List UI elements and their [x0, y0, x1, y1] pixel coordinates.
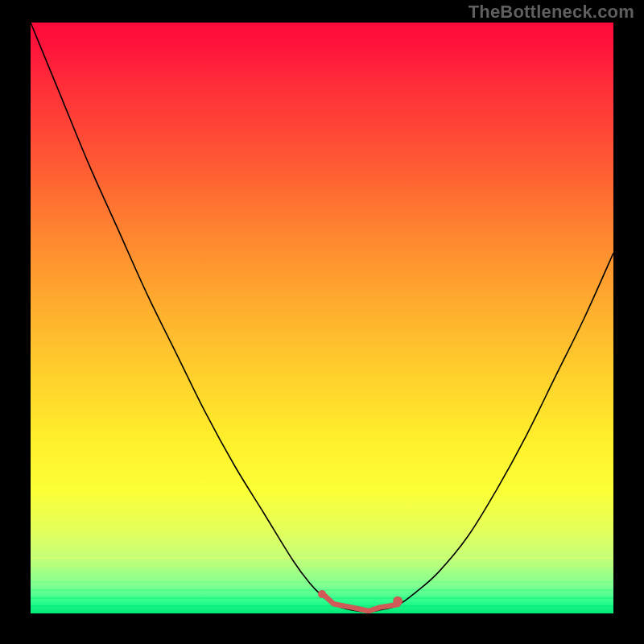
- plot-area: [31, 23, 613, 613]
- optimal-region-marker: [322, 593, 398, 611]
- bottleneck-curve: [31, 23, 613, 612]
- chart-frame: TheBottleneck.com: [0, 0, 644, 644]
- chart-svg: [31, 23, 613, 613]
- watermark-text: TheBottleneck.com: [469, 2, 634, 23]
- optimal-start-dot: [318, 590, 326, 598]
- optimal-end-dot: [393, 597, 402, 606]
